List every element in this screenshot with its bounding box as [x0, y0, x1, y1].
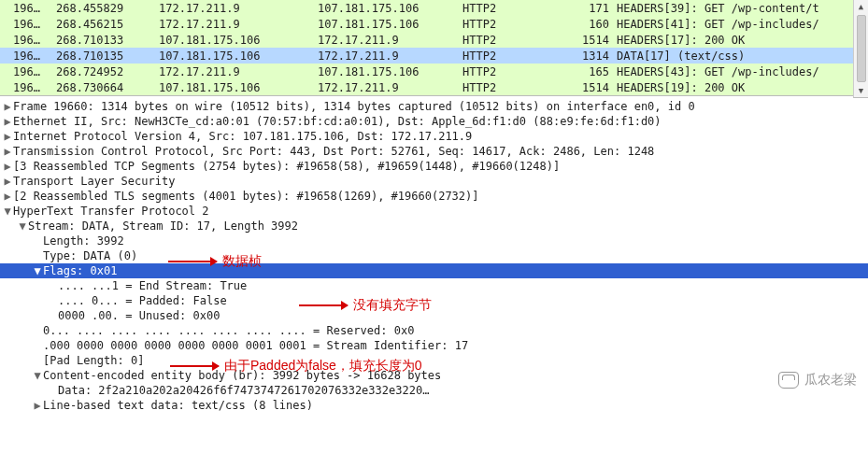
scroll-thumb[interactable]: [857, 15, 866, 82]
cell-dst: 172.17.211.9: [318, 50, 462, 63]
packet-row[interactable]: 196…268.710135107.181.175.106172.17.211.…: [0, 48, 868, 64]
tree-spacer: [32, 354, 43, 367]
cell-src: 172.17.211.9: [159, 2, 318, 15]
cell-proto: HTTP2: [462, 50, 565, 63]
cell-len: 165: [565, 65, 617, 78]
tree-text: Ethernet II, Src: NewH3CTe_cd:a0:01 (70:…: [13, 115, 662, 128]
tree-text: 0... .... .... .... .... .... .... .... …: [43, 324, 414, 337]
tree-row[interactable]: 0... .... .... .... .... .... .... .... …: [0, 323, 868, 338]
chevron-right-icon[interactable]: ▶: [2, 190, 13, 203]
scroll-up-icon[interactable]: ▲: [855, 0, 868, 13]
chevron-down-icon[interactable]: ▼: [17, 219, 28, 233]
chevron-right-icon[interactable]: ▶: [32, 399, 43, 412]
cell-time: 268.710135: [56, 50, 159, 63]
tree-row[interactable]: ▶Ethernet II, Src: NewH3CTe_cd:a0:01 (70…: [0, 114, 868, 129]
tree-row[interactable]: .000 0000 0000 0000 0000 0000 0001 0001 …: [0, 338, 868, 353]
cell-info: HEADERS[39]: GET /wp-content/t: [617, 2, 868, 15]
cell-info: DATA[17] (text/css): [617, 50, 868, 63]
cell-no: 196…: [0, 50, 56, 63]
tree-text: .000 0000 0000 0000 0000 0000 0001 0001 …: [43, 339, 468, 352]
chevron-right-icon[interactable]: ▶: [2, 175, 13, 188]
cell-dst: 107.181.175.106: [318, 18, 462, 31]
wechat-icon: [778, 372, 799, 389]
cell-len: 160: [565, 18, 617, 31]
tree-text: Transport Layer Security: [13, 175, 175, 188]
tree-text: Data: 2f2a210a202a20426f6f74737472617020…: [58, 384, 429, 397]
tree-row[interactable]: ▼Content-encoded entity body (br): 3992 …: [0, 368, 868, 383]
chevron-right-icon[interactable]: ▶: [2, 145, 13, 158]
tree-text: Transmission Control Protocol, Src Port:…: [13, 145, 654, 158]
tree-row[interactable]: .... ...1 = End Stream: True: [0, 278, 868, 293]
cell-info: HEADERS[41]: GET /wp-includes/: [617, 18, 868, 31]
tree-row[interactable]: .... 0... = Padded: False: [0, 293, 868, 308]
cell-proto: HTTP2: [462, 81, 565, 94]
chevron-right-icon[interactable]: ▶: [2, 160, 13, 173]
tree-text: [2 Reassembled TLS segments (4001 bytes)…: [13, 190, 479, 203]
cell-time: 268.456215: [56, 18, 159, 31]
tree-row[interactable]: ▶[3 Reassembled TCP Segments (2754 bytes…: [0, 159, 868, 174]
cell-len: 1514: [565, 81, 617, 94]
tree-text: HyperText Transfer Protocol 2: [13, 205, 209, 218]
tree-row[interactable]: ▼Stream: DATA, Stream ID: 17, Length 399…: [0, 219, 868, 234]
cell-src: 107.181.175.106: [159, 81, 318, 94]
tree-text: [3 Reassembled TCP Segments (2754 bytes)…: [13, 160, 560, 173]
cell-src: 107.181.175.106: [159, 50, 318, 63]
cell-proto: HTTP2: [462, 34, 565, 47]
cell-no: 196…: [0, 18, 56, 31]
tree-row[interactable]: Type: DATA (0): [0, 248, 868, 263]
tree-row[interactable]: [Pad Length: 0]: [0, 353, 868, 368]
packet-details[interactable]: ▶Frame 19660: 1314 bytes on wire (10512 …: [0, 96, 868, 413]
chevron-right-icon[interactable]: ▶: [2, 130, 13, 143]
tree-text: Length: 3992: [43, 234, 124, 248]
chevron-down-icon[interactable]: ▼: [32, 369, 43, 382]
cell-no: 196…: [0, 81, 56, 94]
tree-row[interactable]: 0000 .00. = Unused: 0x00: [0, 308, 868, 323]
cell-no: 196…: [0, 65, 56, 78]
packet-row[interactable]: 196…268.710133107.181.175.106172.17.211.…: [0, 32, 868, 48]
tree-text: Stream: DATA, Stream ID: 17, Length 3992: [28, 219, 298, 233]
tree-row[interactable]: ▶Frame 19660: 1314 bytes on wire (10512 …: [0, 99, 868, 114]
cell-proto: HTTP2: [462, 65, 565, 78]
packet-row[interactable]: 196…268.455829172.17.211.9107.181.175.10…: [0, 0, 868, 16]
packet-row[interactable]: 196…268.456215172.17.211.9107.181.175.10…: [0, 16, 868, 32]
tree-row[interactable]: ▶Internet Protocol Version 4, Src: 107.1…: [0, 129, 868, 144]
tree-text: .... ...1 = End Stream: True: [58, 279, 247, 292]
tree-row[interactable]: Length: 3992: [0, 234, 868, 248]
scroll-down-icon[interactable]: ▼: [855, 84, 868, 97]
chevron-right-icon[interactable]: ▶: [2, 100, 13, 113]
cell-src: 172.17.211.9: [159, 65, 318, 78]
tree-text: 0000 .00. = Unused: 0x00: [58, 309, 220, 322]
cell-proto: HTTP2: [462, 18, 565, 31]
chevron-right-icon[interactable]: ▶: [2, 115, 13, 128]
cell-len: 171: [565, 2, 617, 15]
tree-text: Line-based text data: text/css (8 lines): [43, 399, 313, 412]
tree-row[interactable]: ▶Transport Layer Security: [0, 174, 868, 189]
packet-list-scrollbar[interactable]: ▲ ▼: [853, 0, 868, 98]
tree-row[interactable]: ▼HyperText Transfer Protocol 2: [0, 204, 868, 219]
chevron-down-icon[interactable]: ▼: [2, 205, 13, 218]
packet-row[interactable]: 196…268.730664107.181.175.106172.17.211.…: [0, 79, 868, 95]
cell-time: 268.455829: [56, 2, 159, 15]
tree-spacer: [32, 234, 43, 248]
cell-src: 172.17.211.9: [159, 18, 318, 31]
watermark: 瓜农老梁: [778, 372, 857, 389]
tree-spacer: [47, 294, 58, 307]
tree-row[interactable]: ▶Transmission Control Protocol, Src Port…: [0, 144, 868, 159]
tree-row[interactable]: ▶Line-based text data: text/css (8 lines…: [0, 398, 868, 413]
tree-text: Internet Protocol Version 4, Src: 107.18…: [13, 130, 472, 143]
tree-spacer: [32, 324, 43, 337]
tree-row[interactable]: Data: 2f2a210a202a20426f6f74737472617020…: [0, 383, 868, 398]
tree-row[interactable]: ▶[2 Reassembled TLS segments (4001 bytes…: [0, 189, 868, 204]
tree-row[interactable]: ▼Flags: 0x01: [0, 263, 868, 278]
packet-row[interactable]: 196…268.724952172.17.211.9107.181.175.10…: [0, 64, 868, 79]
cell-no: 196…: [0, 2, 56, 15]
packet-list[interactable]: 196…268.455829172.17.211.9107.181.175.10…: [0, 0, 868, 96]
tree-spacer: [32, 249, 43, 262]
cell-dst: 172.17.211.9: [318, 81, 462, 94]
tree-spacer: [47, 309, 58, 322]
tree-spacer: [32, 339, 43, 352]
chevron-down-icon[interactable]: ▼: [32, 264, 43, 277]
tree-text: [Pad Length: 0]: [43, 354, 144, 367]
cell-time: 268.724952: [56, 65, 159, 78]
cell-dst: 107.181.175.106: [318, 65, 462, 78]
